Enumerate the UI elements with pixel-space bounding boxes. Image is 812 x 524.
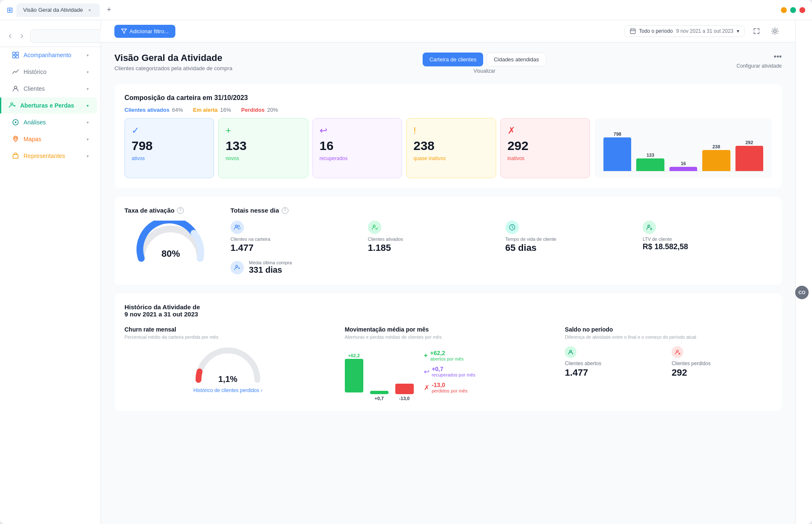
configure-link[interactable]: Configurar atividade — [737, 63, 782, 69]
person-icon — [12, 85, 19, 92]
bar-292: 292 — [735, 140, 763, 171]
expand-button[interactable] — [750, 24, 763, 38]
svg-rect-10 — [13, 155, 18, 158]
filter-icon — [121, 28, 127, 34]
new-tab-button[interactable]: + — [103, 4, 115, 16]
total-ativados-label: Clientes ativados — [368, 237, 497, 242]
chevron-icon: ▾ — [87, 154, 89, 158]
movement-bar-62: +62,2 — [345, 353, 363, 392]
churn-link[interactable]: Histórico de clientes perdidos › — [124, 387, 331, 393]
nav-search-input[interactable] — [30, 29, 110, 43]
sidebar-item-clientes[interactable]: Clientes ▾ — [3, 81, 97, 97]
activation-gauge: 80% — [133, 221, 209, 263]
period-selector[interactable]: Todo o período 9 nov 2021 a 31 out 2023 … — [624, 25, 745, 37]
legend-abertos-text: +62,2 abertos por mês — [430, 350, 463, 361]
legend-abertos: + +62,2 abertos por mês — [424, 350, 476, 361]
totals-grid: Clientes na carteira 1.477 Clientes ativ… — [230, 221, 772, 253]
maximize-button[interactable] — [790, 7, 796, 13]
bar-798: 798 — [603, 132, 631, 171]
svg-point-20 — [570, 350, 571, 352]
card-inativos-icon: ✗ — [508, 125, 583, 136]
bar-238-rect — [702, 150, 730, 171]
legend-perdidos-value: -13,0 — [432, 382, 468, 388]
legend-abertos-label: abertos por mês — [430, 356, 463, 361]
period-range: 9 nov 2021 a 31 out 2023 — [676, 28, 733, 34]
legend-red-x: ✗ — [424, 384, 429, 392]
legend-abertos-value: +62,2 — [430, 350, 463, 356]
tab-carteira-button[interactable]: Carteira de clientes — [423, 53, 483, 66]
content-area: Visão Geral da Atividade Clientes catego… — [101, 42, 795, 421]
minimize-button[interactable] — [781, 7, 787, 13]
tab-cidades-button[interactable]: Cidades atendidas — [487, 53, 546, 66]
back-button[interactable] — [7, 30, 13, 42]
active-tab[interactable]: Visão Geral da Atividade × — [16, 3, 100, 17]
bar-133-rect — [636, 158, 664, 171]
calendar-icon — [630, 28, 636, 34]
sidebar-item-acompanhamento[interactable]: Acompanhamento ▾ — [3, 47, 97, 63]
movement-subtitle: Aberturas e perdas médias de clientes po… — [345, 334, 552, 340]
history-period: 9 nov 2021 a 31 out 2023 — [124, 311, 198, 318]
page-tabs-block: Carteira de clientes Cidades atendidas V… — [423, 53, 546, 74]
person-dollar-icon: $ — [646, 224, 653, 231]
movement-title: Movimentação média por mês — [345, 326, 552, 333]
cat-alerta-label: Em alerta — [193, 107, 218, 113]
churn-block: Churn rate mensal Percentual médio da ca… — [124, 326, 331, 401]
card-ativos-value: 798 — [132, 139, 207, 153]
activation-block: Taxa de ativação ? — [124, 207, 217, 275]
card-quase-inativos-value: 238 — [413, 139, 489, 153]
bar-798-label: 798 — [614, 132, 621, 137]
chevron-icon: ▾ — [87, 53, 89, 58]
app-window: ⊞ Visão Geral da Atividade × + — [0, 0, 812, 524]
total-ltv-label: LTV de cliente — [643, 237, 772, 242]
card-novos-icon: + — [225, 125, 301, 136]
totals-block: Totais nesse dia ? Clientes na carteira — [230, 207, 772, 275]
svg-point-9 — [15, 137, 17, 140]
activation-label-row: Taxa de ativação ? — [124, 207, 217, 214]
svg-point-12 — [774, 30, 776, 32]
tab-title: Visão Geral da Atividade — [23, 7, 83, 13]
total-tempo-value: 65 dias — [505, 242, 635, 253]
activation-help-icon[interactable]: ? — [177, 207, 184, 214]
saldo-perdidos-icon — [672, 346, 683, 358]
saldo-subtitle: Diferença de atividade entre o final e o… — [565, 334, 772, 340]
settings-button[interactable] — [768, 24, 782, 38]
total-carteira-label: Clientes na carteira — [230, 237, 360, 242]
add-filter-button[interactable]: Adicionar filtro... — [114, 25, 175, 38]
saldo-block: Saldo no período Diferença de atividade … — [565, 326, 772, 401]
card-quase-inativos: ! 238 quase inativos — [406, 118, 496, 178]
bar-238: 238 — [702, 144, 730, 171]
card-recuperados-label: recuperados — [320, 155, 395, 161]
churn-gauge: 1,1% — [190, 346, 266, 384]
saldo-abertos-value: 1.477 — [565, 367, 665, 378]
cat-ativados-label: Clientes ativados — [124, 107, 169, 113]
total-extra-label: Média última compra — [249, 260, 292, 265]
forward-button[interactable] — [19, 30, 25, 42]
sidebar-item-aberturas-perdas[interactable]: Aberturas e Perdas ▾ — [0, 97, 97, 113]
close-button[interactable] — [799, 7, 805, 13]
totals-help-icon[interactable]: ? — [282, 207, 288, 214]
saldo-perdidos: Clientes perdidos 292 — [672, 346, 772, 378]
svg-point-14 — [238, 225, 240, 227]
saldo-title: Saldo no período — [565, 326, 772, 333]
sidebar-item-analises[interactable]: Análises ▾ — [3, 114, 97, 130]
bar-238-label: 238 — [712, 144, 720, 149]
right-panel: CO — [795, 20, 812, 524]
sidebar-item-label: Acompanhamento — [24, 52, 71, 58]
person-chart-icon — [8, 102, 16, 109]
composition-section: Composição da carteira em 31/10/2023 Cli… — [114, 84, 782, 188]
card-quase-inativos-label: quase inativos — [413, 155, 489, 161]
main-toolbar: Adicionar filtro... Todo o período 9 nov… — [101, 20, 795, 42]
chevron-icon: ▾ — [87, 70, 89, 74]
sidebar-item-historico[interactable]: Histórico ▾ — [3, 64, 97, 80]
tab-close-button[interactable]: × — [86, 7, 93, 13]
churn-link-text: Histórico de clientes perdidos — [193, 387, 259, 393]
total-ltv: $ LTV de cliente R$ 18.582,58 — [643, 221, 772, 253]
sidebar-item-label: Histórico — [24, 68, 46, 75]
composition-title: Composição da carteira em 31/10/2023 — [124, 94, 772, 102]
total-ativados-value: 1.185 — [368, 242, 497, 253]
sidebar-item-representantes[interactable]: Representantes ▾ — [3, 148, 97, 164]
three-dots-button[interactable]: ••• — [774, 53, 782, 61]
total-extra: Média última compra 331 dias — [230, 260, 772, 275]
sidebar-item-mapas[interactable]: Mapas ▾ — [3, 131, 97, 147]
legend-recuperados: ↩ +0,7 recuperados por mês — [424, 366, 476, 377]
